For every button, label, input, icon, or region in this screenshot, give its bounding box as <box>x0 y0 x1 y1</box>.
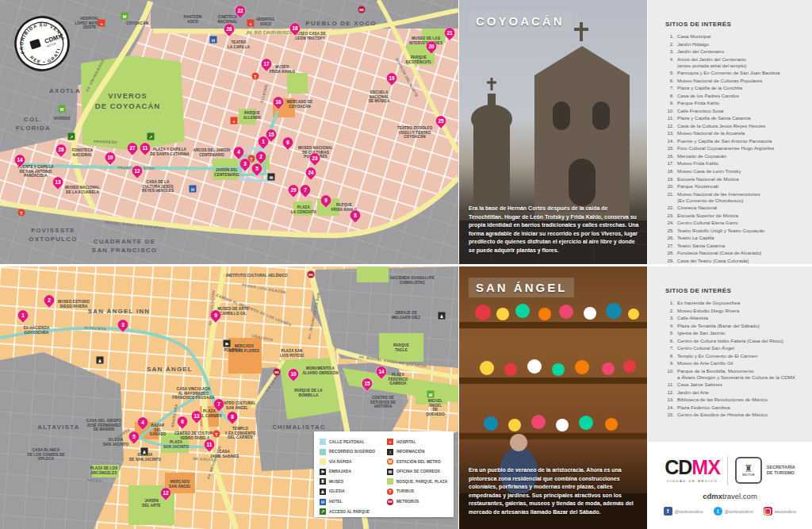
list-item: 21.Museo Nacional de las Intervenciones … <box>665 191 802 204</box>
site-number: 13. <box>665 397 674 403</box>
site-number: 15. <box>665 412 674 418</box>
pin-number: 2 <box>256 151 266 162</box>
site-number: 24. <box>665 220 674 226</box>
pin-number: 21 <box>445 28 455 38</box>
site-label: Calle Francisco Sosa <box>677 108 723 114</box>
pin-number: 28 <box>56 144 67 155</box>
site-label: Parque Xicoténcatl <box>677 183 718 190</box>
pin-number: 24 <box>306 167 316 178</box>
list-item: 3.Calle Altavista <box>665 315 802 321</box>
map-pin-11: 11 <box>202 437 216 451</box>
map-pin-2: 2 <box>254 149 268 163</box>
map-label: DE GÁLVEZ <box>193 457 216 462</box>
legend-item: CALLE PEATONAL <box>320 439 381 445</box>
site-number: 17. <box>665 160 674 167</box>
site-number: 20. <box>665 183 674 190</box>
legend-item: ♟IGLESIA <box>320 489 381 495</box>
brochure-page: PUEBLO DE XOCOAXOTLACOL. FLORIDAVIVEROS … <box>0 0 812 529</box>
site-number: 25. <box>665 228 674 234</box>
map-label: EX HACIENDA GOYCOCHEA <box>24 326 50 335</box>
map-label: CRACOVIA <box>251 334 274 343</box>
instagram-icon <box>764 507 772 516</box>
legend-item: ✉OFICINA DE CORREOS <box>387 469 448 475</box>
list-item: 18.Museo Casa de León Trotsky <box>665 168 802 174</box>
map-label: AXOTLA <box>49 87 81 96</box>
pin-number: 29 <box>289 185 299 195</box>
metrobus-icon: MB <box>308 271 315 278</box>
website-url[interactable]: cdmxtravel.com <box>703 492 757 500</box>
site-label: Teatro Rodolfo Usigli y Teatro Coyoacán <box>677 228 764 234</box>
map-pin-6: 6 <box>281 135 295 149</box>
museo-icon: ♜ <box>320 478 326 485</box>
map-label: PLAZA SAN LUIS POTOSÍ <box>280 349 304 358</box>
map-pin-25: 25 <box>434 113 448 128</box>
metro-icon: M <box>427 391 435 398</box>
site-label: Museo Nacional de las Intervenciones (Ex… <box>677 191 760 204</box>
pin-number: 8 <box>228 412 238 422</box>
legend-item: iINFORMACIÓN <box>387 449 448 455</box>
map-label: OBRAJE DE MELCHOR DÍEZ <box>392 311 420 320</box>
map-legend: CALLE PEATONALRECORRIDO SUGERIDOVÍA RÁPI… <box>314 431 454 517</box>
site-number: 1. <box>665 300 674 306</box>
access-icon: ↗ <box>320 508 326 515</box>
map-label: MONUMENTO A ÁLVARO OBREGÓN <box>302 366 338 375</box>
hotel-icon: H <box>190 186 197 193</box>
legend-item: BOSQUE, PARQUE, PLAZA <box>387 478 448 485</box>
list-item: 20.Parque Xicoténcatl <box>665 183 802 190</box>
list-item: 6.Centro de Cultura Isidro Fabela (Casa … <box>665 338 802 344</box>
map-label: COL. FLORIDA <box>16 116 51 133</box>
list-item: 7.Centro Cultural San Ángel <box>665 345 802 351</box>
san-angel-sites-list: 1.Ex hacienda de Goycoechea2.Museo Estud… <box>665 300 802 418</box>
pin-number: 7 <box>214 399 224 409</box>
map-label: JARDÍN DEL CENTENARIO <box>214 168 239 177</box>
map-pin-8: 8 <box>348 208 362 222</box>
map-pin-9: 9 <box>209 308 223 322</box>
map-label: PEDRO LUIS OGAZÓN <box>242 283 286 295</box>
map-pin-14: 14 <box>13 152 27 167</box>
pin-number: 9 <box>321 195 331 205</box>
site-label: Biblioteca de las Revoluciones de México <box>677 397 768 403</box>
site-number: 3. <box>665 315 674 321</box>
legend-item: MESTACIÓN DEL METRO <box>387 458 448 465</box>
legend-item: VÍA RÁPIDA <box>320 458 381 465</box>
cdmx-logo-mx: MX <box>691 456 720 478</box>
site-label: Teatro Santa Catarina <box>677 243 725 249</box>
list-item: 13.Museo Nacional de la Acuarela <box>665 130 802 136</box>
legend-item: ↗ACCESO AL PARQUE <box>320 508 381 515</box>
legend-swatch <box>387 478 393 485</box>
legend-column: CALLE PEATONALRECORRIDO SUGERIDOVÍA RÁPI… <box>320 439 381 515</box>
coyoacan-sites-panel: SITIOS DE INTERÉS 1.Casa Municipal2.Jard… <box>648 0 812 264</box>
fb-link[interactable]: f@turismocdmx <box>664 507 703 516</box>
list-item: 16.Mercado de Coyoacán <box>665 153 802 159</box>
map-pin-1: 1 <box>16 308 30 322</box>
site-number: 7. <box>665 85 674 91</box>
map-label: SAN ÁNGEL INN <box>88 308 151 316</box>
turibus-icon: T <box>18 209 25 217</box>
iglesia-icon: ♟ <box>439 312 446 320</box>
site-number: 2. <box>665 41 674 48</box>
san-angel-map: SAN ÁNGEL INNSAN ÁNGELALTAVISTACHIMALIST… <box>0 266 458 529</box>
tw-link[interactable]: t@turismocdmx <box>714 507 753 516</box>
map-label: JARDÍN DEL ARTE <box>142 499 161 508</box>
map-label: PROGRESO <box>94 140 117 144</box>
list-item: 8.Casa de los Padres Camilos <box>665 93 802 99</box>
ig-link[interactable]: secturcdmx <box>764 507 797 516</box>
site-label: Iglesia de San Jacinto <box>677 330 726 336</box>
map-pin-21: 21 <box>442 25 457 40</box>
site-number: 15. <box>665 145 674 151</box>
map-label: ↑ INSTITUTO CULTURAL HELÉNICO <box>223 274 288 278</box>
legend-label: RECORRIDO SUGERIDO <box>329 450 375 454</box>
pin-number: 19 <box>387 73 397 83</box>
map-label: SAN ÁNGEL <box>147 366 193 374</box>
social-handle: secturcdmx <box>775 509 797 514</box>
map-label: PANTEÓN XOCO <box>184 15 202 24</box>
legend-item: ⚑EMBAJADA <box>320 469 381 475</box>
map-pin-10: 10 <box>286 366 301 381</box>
pin-number: 7 <box>301 185 311 195</box>
map-pin-18: 18 <box>288 21 302 35</box>
coyoacan-title: COYOACÁN <box>469 11 572 31</box>
site-label: Foro Cultural Coyoacanense Hugo Argüelle… <box>677 145 774 151</box>
site-number: 7. <box>665 345 674 351</box>
pin-number: 3 <box>118 320 128 330</box>
site-number: 26. <box>665 235 674 241</box>
